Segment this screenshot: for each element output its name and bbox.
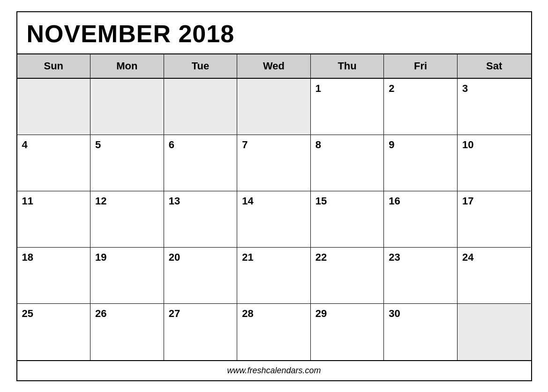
calendar-cell: 12	[90, 191, 164, 248]
day-header-thu: Thu	[311, 54, 384, 78]
calendar-cell: 3	[458, 79, 531, 135]
calendar-cell: 24	[458, 248, 531, 304]
calendar-cell	[90, 79, 164, 135]
day-number: 9	[389, 139, 394, 151]
calendar-cell: 26	[90, 304, 164, 360]
calendar: NOVEMBER 2018 SunMonTueWedThuFriSat 1234…	[16, 11, 532, 381]
day-number: 23	[389, 251, 400, 263]
day-number: 12	[95, 195, 106, 207]
calendar-cell	[17, 79, 91, 135]
footer-text: www.freshcalendars.com	[227, 366, 321, 375]
calendar-header: SunMonTueWedThuFriSat	[17, 54, 531, 79]
day-number: 25	[22, 308, 33, 319]
calendar-title-section: NOVEMBER 2018	[17, 12, 531, 54]
day-number: 22	[315, 251, 327, 263]
day-number: 13	[169, 195, 180, 207]
day-number: 26	[95, 308, 106, 319]
day-number: 20	[169, 251, 180, 263]
day-number: 17	[462, 195, 473, 207]
day-number: 8	[315, 139, 321, 151]
calendar-cell: 4	[17, 135, 91, 191]
day-number: 1	[315, 83, 321, 94]
day-header-tue: Tue	[164, 54, 238, 78]
calendar-cell: 23	[384, 248, 458, 304]
calendar-cell: 22	[311, 248, 384, 304]
day-number: 24	[462, 251, 473, 263]
day-number: 11	[22, 195, 33, 207]
day-number: 30	[389, 308, 400, 319]
calendar-cell: 2	[384, 79, 458, 135]
day-number: 29	[315, 308, 327, 319]
calendar-cell: 6	[164, 135, 238, 191]
calendar-cell: 17	[458, 191, 531, 248]
day-number: 15	[315, 195, 327, 207]
day-number: 2	[389, 83, 394, 94]
calendar-cell: 28	[237, 304, 311, 360]
calendar-cell: 15	[311, 191, 384, 248]
day-number: 6	[169, 139, 174, 151]
calendar-cell: 30	[384, 304, 458, 360]
day-number: 5	[95, 139, 101, 151]
calendar-cell: 10	[458, 135, 531, 191]
day-number: 4	[22, 139, 28, 151]
day-number: 18	[22, 251, 33, 263]
day-header-wed: Wed	[237, 54, 311, 78]
calendar-cell: 1	[311, 79, 384, 135]
day-number: 10	[462, 139, 473, 151]
calendar-cell: 16	[384, 191, 458, 248]
day-number: 28	[242, 308, 253, 319]
calendar-footer: www.freshcalendars.com	[17, 360, 531, 380]
day-header-sun: Sun	[17, 54, 91, 78]
day-header-fri: Fri	[384, 54, 458, 78]
calendar-cell: 11	[17, 191, 91, 248]
day-number: 16	[389, 195, 400, 207]
calendar-title: NOVEMBER 2018	[27, 20, 522, 48]
calendar-grid: 1234567891011121314151617181920212223242…	[17, 79, 531, 360]
calendar-cell: 5	[90, 135, 164, 191]
calendar-cell: 14	[237, 191, 311, 248]
day-number: 7	[242, 139, 248, 151]
day-number: 27	[169, 308, 180, 319]
calendar-cell: 25	[17, 304, 91, 360]
day-number: 14	[242, 195, 253, 207]
calendar-cell	[164, 79, 238, 135]
day-number: 3	[462, 83, 468, 94]
calendar-cell: 9	[384, 135, 458, 191]
day-header-mon: Mon	[90, 54, 164, 78]
calendar-cell: 8	[311, 135, 384, 191]
calendar-cell: 13	[164, 191, 238, 248]
calendar-cell: 7	[237, 135, 311, 191]
day-number: 19	[95, 251, 106, 263]
calendar-cell: 20	[164, 248, 238, 304]
calendar-cell: 21	[237, 248, 311, 304]
calendar-cell: 18	[17, 248, 91, 304]
calendar-cell: 29	[311, 304, 384, 360]
day-header-sat: Sat	[458, 54, 531, 78]
calendar-cell	[237, 79, 311, 135]
calendar-cell	[458, 304, 531, 360]
calendar-cell: 27	[164, 304, 238, 360]
day-number: 21	[242, 251, 253, 263]
calendar-cell: 19	[90, 248, 164, 304]
